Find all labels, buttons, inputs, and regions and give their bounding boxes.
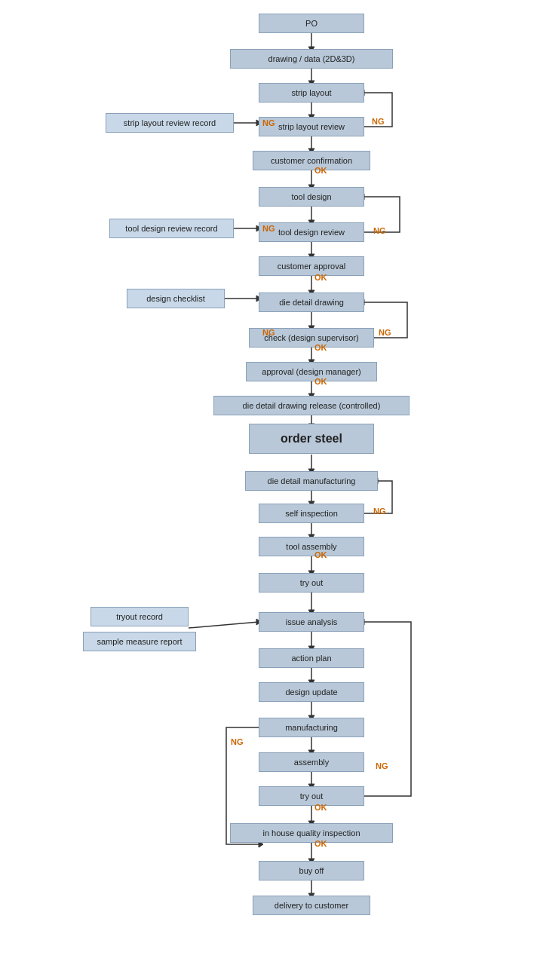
customer-approval-box: customer approval xyxy=(259,256,364,276)
tryout-record-box: tryout record xyxy=(90,607,189,626)
die-detail-drawing-box: die detail drawing xyxy=(259,292,364,312)
manufacturing-box: manufacturing xyxy=(259,718,364,737)
assembly-box: assembly xyxy=(259,752,364,772)
sample-measure-report-box: sample measure report xyxy=(83,632,196,651)
in-house-quality-box: in house quality inspection xyxy=(230,823,393,843)
ng-label-4: NG xyxy=(373,226,386,235)
delivery-to-customer-box: delivery to customer xyxy=(253,896,370,915)
strip-layout-box: strip layout xyxy=(259,83,364,103)
issue-analysis-box: issue analysis xyxy=(259,612,364,632)
ok-label-2: OK xyxy=(314,273,327,282)
ng-label-1: NG xyxy=(262,118,275,127)
action-plan-box: action plan xyxy=(259,648,364,668)
ok-label-4: OK xyxy=(314,377,327,386)
tool-design-box: tool design xyxy=(259,187,364,207)
buy-off-box: buy off xyxy=(259,861,364,880)
die-detail-drawing-release-box: die detail drawing release (controlled) xyxy=(213,396,410,415)
ok-label-1: OK xyxy=(314,166,327,175)
drawing-box: drawing / data (2D&3D) xyxy=(230,49,393,69)
design-update-box: design update xyxy=(259,682,364,702)
try-out2-box: try out xyxy=(259,786,364,806)
design-checklist-box: design checklist xyxy=(127,289,225,308)
approval-design-manager-box: approval (design manager) xyxy=(246,362,377,381)
ok-label-6: OK xyxy=(314,803,327,812)
tool-design-review-record-box: tool design review record xyxy=(109,219,234,238)
die-detail-manufacturing-box: die detail manufacturing xyxy=(245,471,378,491)
ok-label-3: OK xyxy=(314,343,327,352)
self-inspection-box: self inspection xyxy=(259,504,364,523)
ng-label-9: NG xyxy=(376,761,388,770)
try-out1-box: try out xyxy=(259,573,364,593)
order-steel-box: order steel xyxy=(249,424,374,454)
tool-assembly-box: tool assembly xyxy=(259,537,364,556)
svg-line-63 xyxy=(189,622,259,628)
ng-label-5: NG xyxy=(262,328,275,337)
ng-label-3: NG xyxy=(262,224,275,233)
strip-layout-review-record-box: strip layout review record xyxy=(106,113,234,133)
ok-label-5: OK xyxy=(314,550,327,559)
ng-label-7: NG xyxy=(373,507,386,516)
flowchart: PO drawing / data (2D&3D) strip layout s… xyxy=(0,0,543,980)
ng-label-6: NG xyxy=(379,328,391,337)
ng-label-2: NG xyxy=(372,117,385,126)
po-box: PO xyxy=(259,14,364,33)
ng-label-8: NG xyxy=(231,737,244,746)
ok-label-7: OK xyxy=(314,839,327,848)
customer-confirmation-box: customer confirmation xyxy=(253,151,370,170)
